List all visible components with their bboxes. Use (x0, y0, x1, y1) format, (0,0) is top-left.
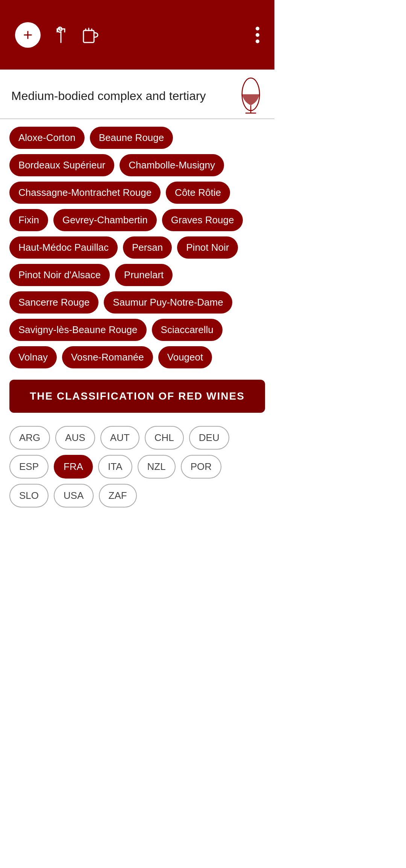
classification-banner: THE CLASSIFICATION OF RED WINES (9, 380, 265, 413)
wine-glass-icon (239, 77, 263, 115)
wine-tag[interactable]: Gevrey-Chambertin (53, 209, 157, 231)
country-tag[interactable]: DEU (189, 426, 229, 450)
svg-rect-4 (83, 30, 94, 42)
beer-mug-icon (81, 26, 99, 44)
plus-icon (21, 28, 35, 42)
wine-tag[interactable]: Beaune Rouge (90, 127, 173, 149)
classification-banner-text: THE CLASSIFICATION OF RED WINES (30, 390, 245, 402)
country-tag[interactable]: NZL (138, 455, 176, 479)
more-menu-button[interactable] (256, 27, 259, 43)
wine-tag[interactable]: Saumur Puy-Notre-Dame (104, 291, 232, 314)
country-tag[interactable]: ZAF (99, 484, 137, 507)
dot-3 (256, 39, 259, 43)
country-tag[interactable]: ESP (9, 455, 48, 479)
country-tag[interactable]: USA (54, 484, 93, 507)
wine-tag[interactable]: Vosne-Romanée (62, 346, 153, 368)
add-button[interactable] (15, 22, 41, 48)
beer-mug-button[interactable] (81, 26, 99, 44)
wine-tag[interactable]: Chassagne-Montrachet Rouge (9, 182, 161, 204)
wine-tag[interactable]: Vougeot (158, 346, 212, 368)
wine-tag[interactable]: Côte Rôtie (166, 182, 230, 204)
app-header (0, 0, 274, 70)
wine-tag[interactable]: Pinot Noir d'Alsace (9, 264, 110, 286)
corkscrew-icon (52, 26, 70, 44)
wine-tags-container: Aloxe-CortonBeaune RougeBordeaux Supérie… (9, 127, 265, 368)
corkscrew-button[interactable] (52, 26, 70, 44)
wine-tag[interactable]: Sancerre Rouge (9, 291, 98, 314)
wine-tag[interactable]: Sciaccarellu (152, 319, 223, 341)
wine-tag[interactable]: Pinot Noir (177, 236, 238, 259)
wine-tag[interactable]: Persan (123, 236, 172, 259)
country-tag[interactable]: AUS (55, 426, 95, 450)
dot-2 (256, 33, 259, 37)
country-tag[interactable]: FRA (54, 455, 93, 479)
country-tag[interactable]: ARG (9, 426, 50, 450)
wine-tag[interactable]: Savigny-lès-Beaune Rouge (9, 319, 147, 341)
content-area: Aloxe-CortonBeaune RougeBordeaux Supérie… (0, 119, 274, 521)
wine-tag[interactable]: Haut-Médoc Pauillac (9, 236, 118, 259)
country-tag[interactable]: AUT (100, 426, 139, 450)
wine-tag[interactable]: Bordeaux Supérieur (9, 154, 114, 176)
country-tag[interactable]: ITA (98, 455, 132, 479)
country-tag[interactable]: POR (181, 455, 221, 479)
country-tag[interactable]: CHL (145, 426, 184, 450)
page-title: Medium-bodied complex and tertiary (11, 89, 206, 103)
wine-tag[interactable]: Fixin (9, 209, 48, 231)
wine-tag[interactable]: Aloxe-Corton (9, 127, 85, 149)
header-icons (15, 22, 99, 48)
country-tags-container: ARGAUSAUTCHLDEUESPFRAITANZLPORSLOUSAZAF (9, 420, 265, 513)
wine-tag[interactable]: Chambolle-Musigny (120, 154, 224, 176)
wine-tag[interactable]: Graves Rouge (162, 209, 243, 231)
wine-tag[interactable]: Prunelart (115, 264, 173, 286)
subheader: Medium-bodied complex and tertiary (0, 70, 274, 119)
dot-1 (256, 27, 259, 30)
country-tag[interactable]: SLO (9, 484, 48, 507)
wine-tag[interactable]: Volnay (9, 346, 57, 368)
